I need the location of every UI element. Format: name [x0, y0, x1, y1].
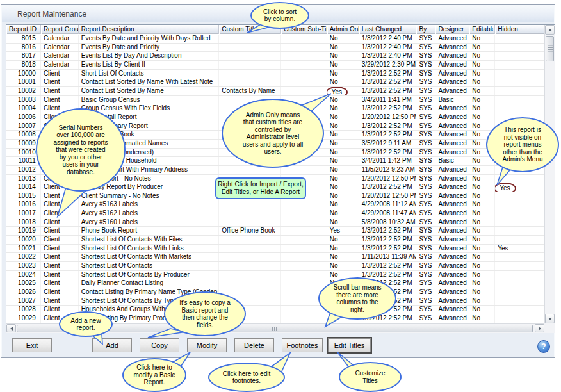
table-cell: SYS	[416, 192, 435, 200]
table-cell	[281, 253, 327, 261]
table-cell: 1/3/2012 2:52 PM	[359, 131, 417, 139]
table-cell: Advanced	[435, 149, 469, 157]
table-cell: SYS	[416, 131, 435, 139]
table-cell: 8018	[6, 61, 41, 69]
table-cell	[495, 87, 544, 95]
table-cell: SYS	[416, 61, 435, 69]
table-row[interactable]: 10002ClientContact List Sorted By NameCo…	[6, 87, 544, 96]
vertical-scrollbar[interactable]	[544, 25, 555, 323]
table-cell: Advanced	[435, 253, 469, 261]
table-cell: 10001	[6, 78, 41, 86]
table-row[interactable]: 8018CalendarEvents List By Client IINo3/…	[6, 61, 544, 70]
table-row[interactable]: 10024ClientShortest List Of Contacts By …	[6, 271, 544, 280]
table-cell: Calendar	[41, 52, 79, 60]
table-cell: 8017	[6, 52, 41, 60]
table-row[interactable]: 10020ClientShortest List Of Contacts Wit…	[6, 236, 544, 245]
help-icon[interactable]: ?	[537, 340, 550, 353]
scroll-down-button[interactable]	[545, 314, 555, 323]
column-header[interactable]: Report ID	[6, 25, 41, 34]
scroll-left-button[interactable]	[6, 324, 16, 332]
table-row[interactable]: 10019ClientPhone Book ReportOffice Phone…	[6, 227, 544, 236]
table-cell: Client	[41, 209, 79, 218]
table-row[interactable]: 8015CalendarEvents By Date and Priority …	[6, 35, 544, 44]
exit-button[interactable]: Exit	[12, 338, 52, 352]
table-cell: Group Census With Flex Fields	[79, 104, 219, 113]
table-cell: 10011	[6, 157, 41, 165]
table-row[interactable]: 8017CalendarEvents List By Day And Descr…	[6, 52, 544, 61]
scrollbar-callout: Scroll bar means there are more columns …	[318, 277, 396, 320]
table-cell: Client	[41, 192, 79, 200]
table-cell: Advanced	[435, 262, 469, 270]
table-cell: SYS	[416, 227, 435, 235]
table-row[interactable]: 10018ClientAvery #5160 LabelsNo5/8/2008 …	[6, 218, 544, 227]
table-cell: Client	[41, 288, 79, 297]
table-cell: 1/3/2012 2:52 PM	[359, 149, 417, 157]
column-header[interactable]: Last Changed	[359, 25, 417, 34]
vertical-scroll-thumb[interactable]	[546, 36, 554, 61]
table-cell: No	[327, 157, 359, 165]
table-cell	[281, 87, 327, 95]
table-cell	[219, 245, 281, 253]
table-cell: No	[327, 78, 359, 86]
table-cell: Advanced	[435, 35, 469, 43]
table-cell: No	[327, 149, 359, 157]
column-header[interactable]: By	[416, 25, 435, 34]
table-cell	[219, 271, 281, 279]
table-cell	[495, 314, 544, 323]
table-row[interactable]: 10022ClientShortest List Of Contacts Wit…	[6, 253, 544, 262]
table-cell: Advanced	[435, 52, 469, 60]
table-cell: Yes	[327, 87, 359, 95]
table-cell: 10007	[6, 122, 41, 131]
table-cell	[281, 227, 327, 235]
table-cell: 1/3/2012 2:40 PM	[359, 52, 417, 60]
table-cell: No	[327, 245, 359, 253]
column-header[interactable]: Designer	[435, 25, 469, 34]
table-row[interactable]: 10017ClientAvery #5162 LabelsNo4/29/2008…	[6, 209, 544, 218]
table-row[interactable]: 10001ClientContact List Sorted By Name W…	[6, 78, 544, 87]
table-row[interactable]: 8016CalendarEvents By Date and PriorityN…	[6, 44, 544, 53]
table-cell: 1/20/2012 12:50 PM	[359, 192, 417, 200]
table-cell: 8015	[6, 35, 41, 43]
column-header[interactable]: Report Grou…	[41, 25, 79, 34]
table-cell: Client Summary - No Notes	[79, 192, 219, 200]
table-row[interactable]: 10025ClientDaily Planner Contact Listing…	[6, 279, 544, 288]
table-cell: No	[327, 140, 359, 148]
table-cell	[281, 236, 327, 244]
column-header[interactable]: Editable	[469, 25, 495, 34]
copy-button[interactable]: Copy	[140, 338, 179, 352]
table-cell: No	[327, 35, 359, 43]
table-cell: Client	[41, 271, 79, 279]
table-row[interactable]: 10016ClientAvery #5163 LabelsNo4/29/2008…	[6, 200, 544, 209]
table-cell: Advanced	[435, 306, 469, 314]
modify-button[interactable]: Modify	[187, 338, 227, 352]
footnotes-button[interactable]: Footnotes	[282, 338, 323, 352]
table-cell: No	[327, 113, 359, 122]
column-header[interactable]: Hidden	[495, 25, 544, 34]
edit-titles-button[interactable]: Edit Titles	[328, 338, 371, 352]
sort-callout: Click to sort by column.	[250, 2, 309, 29]
table-cell: No	[469, 209, 495, 218]
table-cell: 5/8/2008 10:32 AM	[359, 218, 417, 227]
scroll-up-button[interactable]	[545, 25, 555, 35]
column-header[interactable]: Report Description	[79, 25, 219, 34]
table-cell: 1/20/2012 12:50 PM	[359, 175, 417, 183]
column-header[interactable]: Admin Only	[327, 25, 359, 34]
table-cell	[495, 78, 544, 86]
table-cell: No	[469, 253, 495, 261]
table-cell	[495, 218, 544, 227]
table-row[interactable]: 10000ClientShort List Of ContactsNo1/3/2…	[6, 70, 544, 79]
table-cell: SYS	[416, 306, 435, 314]
table-row[interactable]: 10023ClientShortest List Of ContactsNo1/…	[6, 262, 544, 271]
table-cell	[495, 288, 544, 297]
scroll-right-button[interactable]	[535, 324, 544, 332]
table-cell: Client	[41, 297, 79, 306]
table-row[interactable]: 10026ClientContact Listing By Primary Na…	[6, 288, 544, 297]
table-row[interactable]: 10027ClientShortest List Of Contacts By …	[6, 297, 544, 306]
add-button[interactable]: Add	[92, 338, 132, 352]
table-cell: Client	[41, 245, 79, 253]
table-row[interactable]: 10021ClientShortest List Of Contacts Wit…	[6, 245, 544, 254]
table-cell	[219, 78, 281, 86]
delete-button[interactable]: Delete	[234, 338, 274, 352]
table-cell: No	[469, 175, 495, 183]
table-cell	[219, 35, 281, 43]
